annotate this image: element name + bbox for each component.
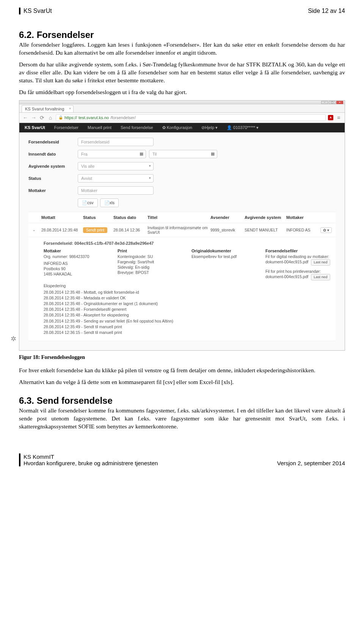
log-line: 28.08.2014 12:35:49 - Sendt til manuell … <box>44 324 330 330</box>
footer-line2: Hvordan konfigurere, bruke og administre… <box>24 460 158 466</box>
url-scheme: https:// <box>64 115 77 120</box>
nav-home-icon[interactable]: ⌂ <box>47 115 53 121</box>
browser-tab[interactable]: KS Svarut forvaltning × <box>22 105 74 112</box>
tab-close-icon[interactable]: × <box>69 107 71 110</box>
export-xls-button[interactable]: 📄xls <box>100 198 119 207</box>
cell-tittel: Invitasjon til informasjonsmøte om SvarU… <box>147 225 210 235</box>
nav-konfigurasjon[interactable]: ✿ Konfigurasjon <box>162 125 192 130</box>
input-date-from[interactable]: Fra▦ <box>78 150 146 158</box>
url-field[interactable]: 🔒 https://test.svarut.ks.no/forsendelser… <box>56 114 326 121</box>
sec62-p2: Dersom du har ulike avgivende system, so… <box>19 61 345 85</box>
cell-mottaker: INFORED AS <box>286 228 320 232</box>
calendar-icon: ▦ <box>211 151 215 156</box>
log-line: 28.08.2014 12:35:48 - Metadata er valide… <box>44 295 330 301</box>
th-avgivende: Avgivende system <box>245 215 286 220</box>
section-6-3-title: 6.3. Send forsendelse <box>19 395 345 406</box>
select-avgivende-system[interactable]: Vis alle <box>78 162 154 170</box>
footer-line1: KS KommIT <box>24 453 158 460</box>
file-2-name: dokument-004ec915.pdf <box>265 274 308 279</box>
th-avsender: Avsender <box>210 215 245 220</box>
section-6-2-title: 6.2. Forsendelser <box>19 30 345 40</box>
log-line: 28.08.2014 12:35:48 - Akseptert for eksp… <box>44 312 330 318</box>
label-forsendelsesid: Forsendelsesid <box>28 140 78 144</box>
url-path: /forsendelser/ <box>110 115 136 120</box>
browser-window: − ▢ × KS Svarut forvaltning × ← → ⟳ ⌂ 🔒 … <box>19 100 345 351</box>
header-right: Side 12 av 14 <box>308 8 345 14</box>
label-innsendt-dato: Innsendt dato <box>28 152 78 156</box>
th-statusdato: Status dato <box>113 215 147 220</box>
file-1-name: dokument-004ec915.pdf <box>265 260 308 264</box>
lock-icon: 🔒 <box>58 115 63 120</box>
sec62-p3: Du får umiddelbart opp forsendelseslogge… <box>19 88 345 96</box>
log-line: 28.08.2014 12:35:48 - Orginaldokumenter … <box>44 301 330 307</box>
sec63-p1: Normalt vil alle forsendelser komme fra … <box>19 407 345 431</box>
th-mottaker: Mottaker <box>286 215 320 220</box>
after-p2: Alternativt kan du velge å få dette som … <box>19 378 345 386</box>
window-max-icon[interactable]: ▢ <box>329 101 336 104</box>
tab-bar: KS Svarut forvaltning × <box>19 104 345 113</box>
cell-avgivende: SENDT MANUELT <box>245 228 286 232</box>
table-header-row: Mottatt Status Status dato Tittel Avsend… <box>28 212 336 223</box>
after-p1: For hver enkelt forsendelse kan du klikk… <box>19 367 345 375</box>
sec62-p1: Alle forsendelser loggføres. Loggen kan … <box>19 41 345 57</box>
url-host: test.svarut.ks.no <box>78 115 109 120</box>
status-badge: Sendt print <box>83 227 107 233</box>
chevron-down-icon[interactable]: ⌄ <box>32 227 36 232</box>
input-mottaker[interactable]: Mottaker <box>78 186 154 195</box>
log-line: 28.08.2014 12:35:48 - Mottatt, og tildel… <box>44 290 330 295</box>
page-header: KS SvarUt Side 12 av 14 <box>19 8 345 14</box>
nav-manuell-print[interactable]: Manuell print <box>88 125 111 130</box>
export-csv-button[interactable]: 📄csv <box>78 198 98 207</box>
nav-hjelp[interactable]: ⊘Hjelp ▾ <box>201 125 218 130</box>
input-forsendelsesid[interactable]: Forsendelsesid <box>78 138 154 146</box>
log-line: 28.08.2014 12:36:15 - Sendt til manuell … <box>44 330 330 335</box>
spinner-icon: ✲ <box>11 335 16 343</box>
window-titlebar: − ▢ × <box>19 101 345 104</box>
nav-forsendelser[interactable]: Forsendelser <box>54 125 78 130</box>
figure-caption: Figur 18: Forsendelsesloggen <box>19 354 345 360</box>
nav-reload-icon[interactable]: ⟳ <box>39 115 45 121</box>
nav-send-forsendelse[interactable]: Send forsendelse <box>121 125 153 130</box>
th-mottatt: Mottatt <box>41 215 83 220</box>
nav-back-icon[interactable]: ← <box>22 115 28 121</box>
detail-forsendelseid: Forsendelseid: 004ec915-c1fb-4707-8e3d-2… <box>44 241 330 246</box>
log-line: 28.08.2014 12:35:48 - Forsendelsesfil ge… <box>44 307 330 312</box>
nav-brand: KS SvarUt <box>25 125 45 130</box>
browser-menu-icon[interactable]: ≡ <box>336 115 342 121</box>
page-footer: KS KommIT Hvordan konfigurere, bruke og … <box>19 453 345 466</box>
app-navbar: KS SvarUt Forsendelser Manuell print Sen… <box>19 123 345 132</box>
calendar-icon: ▦ <box>140 151 143 156</box>
label-status: Status <box>28 176 78 181</box>
log-line: 28.08.2014 12:35:49 - Sending av varsel … <box>44 318 330 324</box>
label-avgivende-system: Avgivende system <box>28 164 78 168</box>
browser-tab-title: KS Svarut forvaltning <box>25 107 64 111</box>
row-actions-button[interactable]: ✿ ▾ <box>320 227 332 233</box>
th-tittel: Tittel <box>147 215 210 220</box>
download-button[interactable]: Last ned <box>311 259 330 266</box>
th-status: Status <box>83 215 113 220</box>
adobe-pdf-icon[interactable]: A <box>328 115 333 120</box>
cell-mottatt: 28.08.2014 12:35:48 <box>41 228 83 232</box>
select-status[interactable]: Avvist <box>78 174 154 183</box>
detail-originaldokumenter: Originaldokumenter Eksempelbrev for test… <box>191 249 256 280</box>
detail-mottaker: Mottaker Org. nummer: 986423370 INFORED … <box>44 249 108 280</box>
input-date-to[interactable]: Til▦ <box>149 150 217 158</box>
label-mottaker: Mottaker <box>28 188 78 193</box>
footer-version: Versjon 2, september 2014 <box>277 460 345 466</box>
row-detail-panel: Forsendelseid: 004ec915-c1fb-4707-8e3d-2… <box>28 237 336 342</box>
table-row[interactable]: ⌄ 28.08.2014 12:35:48 Sendt print 28.08.… <box>28 223 336 237</box>
cell-avsender: 9999_storevik <box>210 228 245 232</box>
detail-print: Print Konteringskode: SU Fargevalg: Svar… <box>118 249 182 280</box>
download-button[interactable]: Last ned <box>311 274 330 280</box>
cell-statusdato: 28.08.14 12:36 <box>113 228 147 232</box>
header-left: KS SvarUt <box>24 8 52 14</box>
app-body: Forsendelsesid Forsendelsesid Innsendt d… <box>19 132 345 351</box>
ekspedering-heading: Ekspedering <box>44 283 330 288</box>
window-min-icon[interactable]: − <box>321 101 328 104</box>
window-close-icon[interactable]: × <box>336 101 343 104</box>
nav-user-menu[interactable]: 👤 010370***** ▾ <box>227 125 259 130</box>
nav-fwd-icon[interactable]: → <box>31 115 37 121</box>
address-bar: ← → ⟳ ⌂ 🔒 https://test.svarut.ks.no/fors… <box>19 113 345 123</box>
detail-forsendelsefiler: Forsendelsefiler Fil for digital nedlast… <box>265 249 330 280</box>
